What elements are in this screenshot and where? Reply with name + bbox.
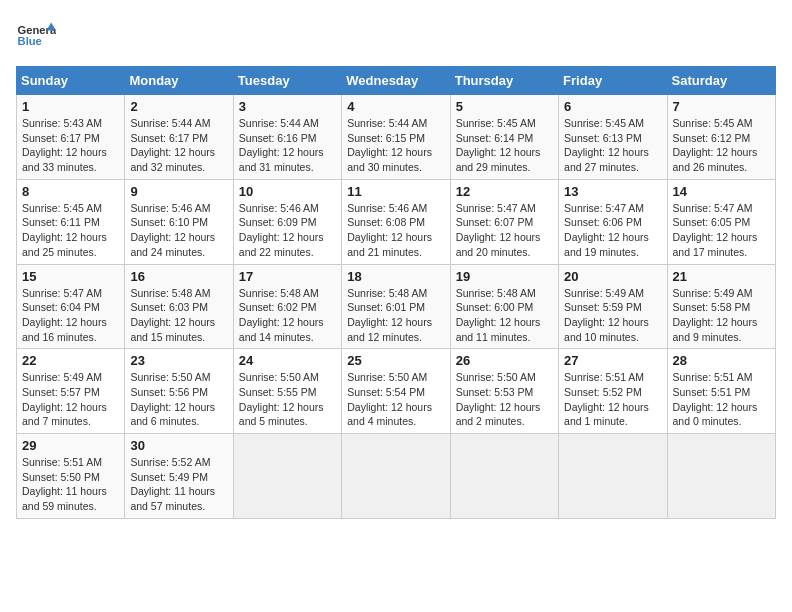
day-info: Sunrise: 5:48 AMSunset: 6:02 PMDaylight:… [239, 286, 336, 345]
day-info: Sunrise: 5:50 AMSunset: 5:54 PMDaylight:… [347, 370, 444, 429]
day-number: 15 [22, 269, 119, 284]
day-number: 2 [130, 99, 227, 114]
page-header: General Blue [16, 16, 776, 56]
day-info: Sunrise: 5:50 AMSunset: 5:56 PMDaylight:… [130, 370, 227, 429]
calendar-week-row: 29Sunrise: 5:51 AMSunset: 5:50 PMDayligh… [17, 434, 776, 519]
day-info: Sunrise: 5:47 AMSunset: 6:06 PMDaylight:… [564, 201, 661, 260]
day-number: 6 [564, 99, 661, 114]
day-info: Sunrise: 5:52 AMSunset: 5:49 PMDaylight:… [130, 455, 227, 514]
day-info: Sunrise: 5:49 AMSunset: 5:57 PMDaylight:… [22, 370, 119, 429]
day-info: Sunrise: 5:44 AMSunset: 6:15 PMDaylight:… [347, 116, 444, 175]
calendar-day-cell: 13Sunrise: 5:47 AMSunset: 6:06 PMDayligh… [559, 179, 667, 264]
calendar-day-cell: 11Sunrise: 5:46 AMSunset: 6:08 PMDayligh… [342, 179, 450, 264]
calendar-day-cell: 29Sunrise: 5:51 AMSunset: 5:50 PMDayligh… [17, 434, 125, 519]
calendar-day-cell: 30Sunrise: 5:52 AMSunset: 5:49 PMDayligh… [125, 434, 233, 519]
calendar-day-cell: 24Sunrise: 5:50 AMSunset: 5:55 PMDayligh… [233, 349, 341, 434]
day-number: 25 [347, 353, 444, 368]
calendar-day-cell: 10Sunrise: 5:46 AMSunset: 6:09 PMDayligh… [233, 179, 341, 264]
calendar-header-row: SundayMondayTuesdayWednesdayThursdayFrid… [17, 67, 776, 95]
day-number: 22 [22, 353, 119, 368]
day-number: 26 [456, 353, 553, 368]
day-number: 28 [673, 353, 770, 368]
calendar-week-row: 1Sunrise: 5:43 AMSunset: 6:17 PMDaylight… [17, 95, 776, 180]
day-number: 10 [239, 184, 336, 199]
day-number: 8 [22, 184, 119, 199]
weekday-header: Thursday [450, 67, 558, 95]
calendar-day-cell: 4Sunrise: 5:44 AMSunset: 6:15 PMDaylight… [342, 95, 450, 180]
day-info: Sunrise: 5:47 AMSunset: 6:07 PMDaylight:… [456, 201, 553, 260]
day-number: 17 [239, 269, 336, 284]
calendar-day-cell: 7Sunrise: 5:45 AMSunset: 6:12 PMDaylight… [667, 95, 775, 180]
day-info: Sunrise: 5:48 AMSunset: 6:03 PMDaylight:… [130, 286, 227, 345]
day-number: 5 [456, 99, 553, 114]
day-info: Sunrise: 5:45 AMSunset: 6:12 PMDaylight:… [673, 116, 770, 175]
day-info: Sunrise: 5:48 AMSunset: 6:01 PMDaylight:… [347, 286, 444, 345]
day-info: Sunrise: 5:51 AMSunset: 5:50 PMDaylight:… [22, 455, 119, 514]
day-number: 11 [347, 184, 444, 199]
day-number: 4 [347, 99, 444, 114]
calendar-day-cell: 26Sunrise: 5:50 AMSunset: 5:53 PMDayligh… [450, 349, 558, 434]
calendar-day-cell: 1Sunrise: 5:43 AMSunset: 6:17 PMDaylight… [17, 95, 125, 180]
calendar-week-row: 8Sunrise: 5:45 AMSunset: 6:11 PMDaylight… [17, 179, 776, 264]
calendar-day-cell: 17Sunrise: 5:48 AMSunset: 6:02 PMDayligh… [233, 264, 341, 349]
day-info: Sunrise: 5:48 AMSunset: 6:00 PMDaylight:… [456, 286, 553, 345]
day-info: Sunrise: 5:49 AMSunset: 5:58 PMDaylight:… [673, 286, 770, 345]
calendar-day-cell [559, 434, 667, 519]
calendar-day-cell [450, 434, 558, 519]
calendar-day-cell: 6Sunrise: 5:45 AMSunset: 6:13 PMDaylight… [559, 95, 667, 180]
day-info: Sunrise: 5:46 AMSunset: 6:10 PMDaylight:… [130, 201, 227, 260]
svg-text:Blue: Blue [18, 35, 42, 47]
day-info: Sunrise: 5:47 AMSunset: 6:05 PMDaylight:… [673, 201, 770, 260]
day-info: Sunrise: 5:43 AMSunset: 6:17 PMDaylight:… [22, 116, 119, 175]
day-info: Sunrise: 5:46 AMSunset: 6:08 PMDaylight:… [347, 201, 444, 260]
day-number: 13 [564, 184, 661, 199]
day-info: Sunrise: 5:47 AMSunset: 6:04 PMDaylight:… [22, 286, 119, 345]
logo: General Blue [16, 16, 60, 56]
day-info: Sunrise: 5:45 AMSunset: 6:11 PMDaylight:… [22, 201, 119, 260]
calendar-day-cell: 19Sunrise: 5:48 AMSunset: 6:00 PMDayligh… [450, 264, 558, 349]
day-number: 20 [564, 269, 661, 284]
calendar-day-cell: 15Sunrise: 5:47 AMSunset: 6:04 PMDayligh… [17, 264, 125, 349]
weekday-header: Sunday [17, 67, 125, 95]
calendar-day-cell: 12Sunrise: 5:47 AMSunset: 6:07 PMDayligh… [450, 179, 558, 264]
calendar-day-cell [667, 434, 775, 519]
calendar-day-cell: 5Sunrise: 5:45 AMSunset: 6:14 PMDaylight… [450, 95, 558, 180]
day-number: 29 [22, 438, 119, 453]
calendar-day-cell: 9Sunrise: 5:46 AMSunset: 6:10 PMDaylight… [125, 179, 233, 264]
day-info: Sunrise: 5:45 AMSunset: 6:14 PMDaylight:… [456, 116, 553, 175]
day-info: Sunrise: 5:44 AMSunset: 6:17 PMDaylight:… [130, 116, 227, 175]
day-number: 24 [239, 353, 336, 368]
day-number: 18 [347, 269, 444, 284]
calendar-day-cell: 3Sunrise: 5:44 AMSunset: 6:16 PMDaylight… [233, 95, 341, 180]
weekday-header: Friday [559, 67, 667, 95]
day-info: Sunrise: 5:51 AMSunset: 5:51 PMDaylight:… [673, 370, 770, 429]
calendar-day-cell: 14Sunrise: 5:47 AMSunset: 6:05 PMDayligh… [667, 179, 775, 264]
calendar-day-cell: 27Sunrise: 5:51 AMSunset: 5:52 PMDayligh… [559, 349, 667, 434]
calendar-table: SundayMondayTuesdayWednesdayThursdayFrid… [16, 66, 776, 519]
day-info: Sunrise: 5:49 AMSunset: 5:59 PMDaylight:… [564, 286, 661, 345]
calendar-day-cell [233, 434, 341, 519]
calendar-day-cell: 18Sunrise: 5:48 AMSunset: 6:01 PMDayligh… [342, 264, 450, 349]
calendar-day-cell [342, 434, 450, 519]
calendar-day-cell: 22Sunrise: 5:49 AMSunset: 5:57 PMDayligh… [17, 349, 125, 434]
day-number: 21 [673, 269, 770, 284]
calendar-week-row: 22Sunrise: 5:49 AMSunset: 5:57 PMDayligh… [17, 349, 776, 434]
day-info: Sunrise: 5:44 AMSunset: 6:16 PMDaylight:… [239, 116, 336, 175]
calendar-day-cell: 21Sunrise: 5:49 AMSunset: 5:58 PMDayligh… [667, 264, 775, 349]
calendar-day-cell: 23Sunrise: 5:50 AMSunset: 5:56 PMDayligh… [125, 349, 233, 434]
day-info: Sunrise: 5:46 AMSunset: 6:09 PMDaylight:… [239, 201, 336, 260]
calendar-day-cell: 16Sunrise: 5:48 AMSunset: 6:03 PMDayligh… [125, 264, 233, 349]
day-number: 12 [456, 184, 553, 199]
calendar-day-cell: 8Sunrise: 5:45 AMSunset: 6:11 PMDaylight… [17, 179, 125, 264]
calendar-day-cell: 28Sunrise: 5:51 AMSunset: 5:51 PMDayligh… [667, 349, 775, 434]
day-info: Sunrise: 5:50 AMSunset: 5:53 PMDaylight:… [456, 370, 553, 429]
weekday-header: Tuesday [233, 67, 341, 95]
day-number: 7 [673, 99, 770, 114]
logo-icon: General Blue [16, 16, 56, 56]
day-number: 19 [456, 269, 553, 284]
calendar-day-cell: 20Sunrise: 5:49 AMSunset: 5:59 PMDayligh… [559, 264, 667, 349]
day-info: Sunrise: 5:51 AMSunset: 5:52 PMDaylight:… [564, 370, 661, 429]
day-number: 30 [130, 438, 227, 453]
day-number: 16 [130, 269, 227, 284]
calendar-day-cell: 2Sunrise: 5:44 AMSunset: 6:17 PMDaylight… [125, 95, 233, 180]
